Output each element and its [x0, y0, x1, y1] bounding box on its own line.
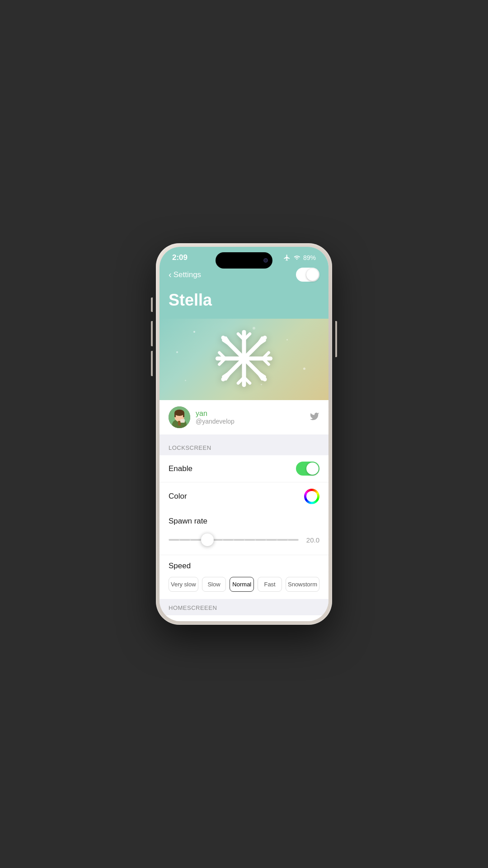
speed-label: Speed	[169, 561, 319, 571]
airplane-icon	[283, 254, 291, 261]
enable-toggle[interactable]	[296, 462, 319, 476]
title-section: Stella	[160, 289, 328, 319]
back-chevron-icon: ‹	[169, 269, 172, 280]
color-label: Color	[169, 492, 187, 501]
homescreen-section: HOMESCREEEN Enable	[160, 599, 328, 621]
wifi-icon	[293, 255, 300, 261]
user-handle: @yandevelop	[196, 418, 235, 425]
snow-particle	[193, 331, 195, 333]
speed-buttons: Very slow Slow Normal Fast Snowstorm	[169, 577, 319, 592]
lockscreen-settings: Enable Color	[160, 455, 328, 510]
enable-row: Enable	[160, 455, 328, 482]
camera-dot	[263, 258, 268, 263]
status-icons: 89%	[283, 254, 316, 261]
lockscreen-section-header: LOCKSCREEN	[160, 439, 328, 455]
snowflake-container	[215, 329, 273, 390]
header-toggle-knob	[306, 269, 319, 281]
lockscreen-label: LOCKSCREEN	[169, 444, 211, 451]
app-title: Stella	[169, 291, 319, 310]
user-section: yan @yandevelop	[160, 400, 328, 434]
status-time: 2:09	[172, 253, 188, 262]
homescreen-label: HOMESCREEEN	[169, 604, 217, 611]
slider-container[interactable]	[169, 533, 299, 547]
avatar	[169, 406, 190, 428]
username: yan	[196, 410, 235, 418]
header-toggle[interactable]	[296, 268, 319, 282]
speed-btn-snowstorm[interactable]: Snowstorm	[286, 577, 319, 592]
speed-btn-fast[interactable]: Fast	[258, 577, 282, 592]
phone-screen: 2:09 89% ‹ Settings	[160, 247, 328, 621]
volume-down-button	[151, 351, 153, 376]
homescreen-section-header: HOMESCREEEN	[160, 599, 328, 615]
battery-percentage: 89%	[303, 254, 316, 261]
spawn-rate-section: Spawn rate	[160, 510, 328, 555]
avatar-image	[169, 406, 190, 428]
svg-point-23	[174, 410, 184, 416]
color-row: Color	[160, 482, 328, 510]
snow-particle	[286, 339, 288, 340]
user-info: yan @yandevelop	[196, 410, 235, 425]
hero-image	[160, 319, 328, 400]
homescreen-enable-row: Enable	[160, 615, 328, 621]
speed-section: Speed Very slow Slow Normal Fast Snowsto…	[160, 555, 328, 599]
back-label: Settings	[174, 270, 201, 279]
slider-track	[169, 539, 299, 541]
slider-thumb[interactable]	[201, 533, 214, 546]
snowflake-icon	[215, 329, 273, 388]
user-left: yan @yandevelop	[169, 406, 235, 428]
svg-rect-27	[180, 419, 185, 423]
dynamic-island	[216, 252, 272, 269]
snow-particle	[185, 380, 186, 381]
svg-rect-24	[174, 413, 176, 417]
section-separator-1	[160, 434, 328, 439]
snow-particle	[303, 368, 305, 370]
spawn-rate-label: Spawn rate	[169, 517, 319, 526]
speed-btn-very-slow[interactable]: Very slow	[169, 577, 198, 592]
slider-row: 20.0	[169, 533, 319, 547]
back-button[interactable]: ‹ Settings	[169, 269, 201, 280]
screen-content: 2:09 89% ‹ Settings	[160, 247, 328, 621]
svg-rect-25	[183, 413, 184, 417]
enable-toggle-knob	[306, 462, 319, 475]
silent-switch	[151, 297, 153, 312]
snow-particle	[176, 351, 178, 353]
power-button	[335, 321, 337, 357]
enable-label: Enable	[169, 464, 192, 473]
volume-up-button	[151, 321, 153, 346]
header: ‹ Settings	[160, 266, 328, 289]
slider-value: 20.0	[303, 536, 319, 544]
speed-btn-normal[interactable]: Normal	[230, 577, 254, 592]
phone-frame: 2:09 89% ‹ Settings	[156, 243, 332, 625]
speed-btn-slow[interactable]: Slow	[202, 577, 226, 592]
twitter-icon[interactable]	[310, 411, 319, 424]
color-picker[interactable]	[304, 489, 319, 504]
